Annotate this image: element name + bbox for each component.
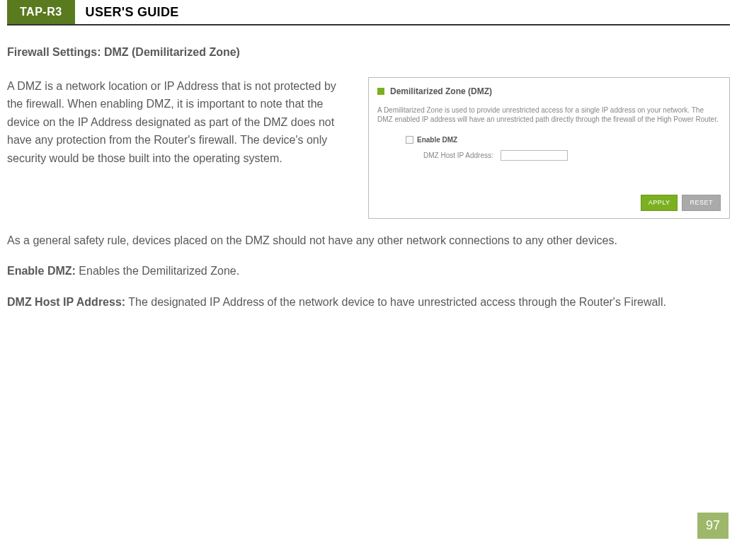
dmz-host-ip-input[interactable]: [501, 150, 568, 161]
dmz-host-ip-row: DMZ Host IP Address:: [406, 150, 721, 161]
page-header: TAP-R3 USER'S GUIDE: [7, 0, 730, 25]
dmz-host-ip-label: DMZ Host IP Address:: [423, 150, 493, 161]
guide-title: USER'S GUIDE: [75, 5, 179, 20]
screenshot-button-row: APPLY RESET: [641, 195, 721, 210]
definition-enable-dmz: Enable DMZ: Enables the Demilitarized Zo…: [7, 262, 730, 280]
screenshot-panel-title: Demilitarized Zone (DMZ): [390, 85, 492, 98]
definition-enable-dmz-label: Enable DMZ:: [7, 265, 76, 277]
intro-paragraph: A DMZ is a network location or IP Addres…: [7, 77, 354, 168]
enable-dmz-checkbox[interactable]: [406, 136, 413, 144]
enable-dmz-label: Enable DMZ: [417, 135, 457, 146]
section-heading: Firewall Settings: DMZ (Demilitarized Zo…: [7, 43, 730, 62]
screenshot-form: Enable DMZ DMZ Host IP Address:: [377, 135, 721, 161]
apply-button[interactable]: APPLY: [641, 195, 678, 210]
intro-text-block: A DMZ is a network location or IP Addres…: [7, 77, 354, 219]
reset-button[interactable]: RESET: [682, 195, 721, 210]
green-square-icon: [377, 88, 384, 95]
definition-enable-dmz-text: Enables the Demilitarized Zone.: [76, 265, 239, 277]
safety-paragraph: As a general safety rule, devices placed…: [7, 232, 730, 250]
definition-dmz-host-text: The designated IP Address of the network…: [125, 296, 666, 308]
definition-dmz-host: DMZ Host IP Address: The designated IP A…: [7, 293, 730, 312]
enable-dmz-row: Enable DMZ: [406, 135, 721, 146]
page-number: 97: [697, 513, 729, 539]
router-ui-screenshot: Demilitarized Zone (DMZ) A Demilitarized…: [368, 77, 730, 219]
screenshot-description: A Demilitarized Zone is used to provide …: [377, 105, 721, 124]
definition-dmz-host-label: DMZ Host IP Address:: [7, 296, 125, 308]
page-content: Firewall Settings: DMZ (Demilitarized Zo…: [0, 43, 737, 311]
intro-row: A DMZ is a network location or IP Addres…: [7, 77, 730, 219]
product-badge: TAP-R3: [7, 0, 75, 24]
screenshot-panel-header: Demilitarized Zone (DMZ): [377, 85, 721, 98]
